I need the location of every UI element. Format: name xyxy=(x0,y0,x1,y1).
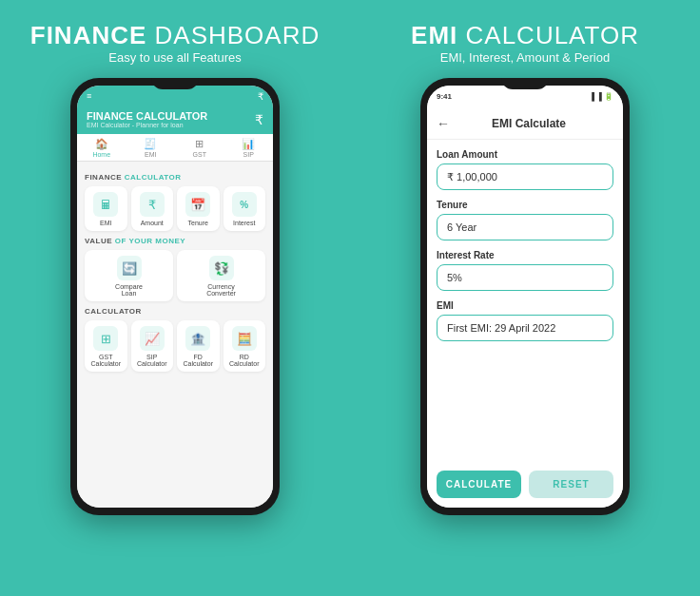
tab-gst-label: GST xyxy=(193,151,206,158)
emi-group: EMI xyxy=(437,300,613,341)
status-bar-left: ≡ xyxy=(87,91,91,101)
tab-gst[interactable]: ⊞ GST xyxy=(175,134,224,161)
tab-emi-label: EMI xyxy=(145,151,156,158)
tenure-label: Tenure xyxy=(188,220,208,226)
amount-label: Amount xyxy=(141,220,164,226)
section-finance-label: FINANCE CALCULATOR xyxy=(85,173,265,182)
interest-rate-label: Interest Rate xyxy=(437,250,613,260)
fd-calc-label: FDCalculator xyxy=(183,354,213,367)
tab-sip[interactable]: 📊 SIP xyxy=(224,134,274,161)
currency-label: CurrencyConverter xyxy=(206,283,236,297)
emi-icon: 🧾 xyxy=(144,138,157,150)
section-calc-label: CALCULATOR xyxy=(85,307,265,316)
compare-icon: 🔄 xyxy=(117,256,142,280)
phone-notch xyxy=(151,78,199,89)
emi-label: EMI xyxy=(100,220,111,226)
emi-field-label: EMI xyxy=(437,300,613,311)
emi-calc-icon: 🖩 xyxy=(93,192,118,217)
app-content: FINANCE CALCULATOR 🖩 EMI ₹ Amount 📅 Tenu… xyxy=(77,162,273,508)
back-icon[interactable]: ← xyxy=(437,116,450,131)
grid-item-tenure[interactable]: 📅 Tenure xyxy=(177,186,220,231)
emi-screen-title: EMI Calculate xyxy=(457,117,613,130)
grid-item-gst[interactable]: ⊞ GSTCalculator xyxy=(85,320,127,372)
rd-calc-icon: 🧮 xyxy=(232,326,257,351)
phone-screen: ≡ ₹ FINANCE CALCULATOR EMI Calculator - … xyxy=(77,86,273,508)
emi-buttons: CALCULATE RESET xyxy=(427,459,623,508)
tenure-group: Tenure xyxy=(437,200,613,240)
loan-amount-group: Loan Amount xyxy=(437,149,613,190)
app-header-sub: EMI Calculator - Planner for loan xyxy=(87,122,207,128)
rupee-icon: ₹ xyxy=(255,112,263,127)
gst-calc-icon: ⊞ xyxy=(93,326,118,351)
gst-icon: ⊞ xyxy=(195,138,204,150)
tenure-icon: 📅 xyxy=(185,192,210,217)
app-header: FINANCE CALCULATOR EMI Calculator - Plan… xyxy=(77,106,273,134)
fd-calc-icon: 🏦 xyxy=(185,326,210,351)
amount-icon: ₹ xyxy=(140,192,165,217)
emi-header: ← EMI Calculate xyxy=(427,106,623,140)
gst-calc-label: GSTCalculator xyxy=(90,354,121,367)
left-title: FINANCE DASHBOARD xyxy=(30,21,320,50)
tab-bar: 🏠 Home 🧾 EMI ⊞ GST 📊 SIP xyxy=(77,134,273,162)
home-icon: 🏠 xyxy=(95,138,108,150)
status-icons: ▐ ▐ 🔋 xyxy=(589,92,613,101)
tab-home-label: Home xyxy=(92,151,110,158)
right-phone-screen: 9:41 ▐ ▐ 🔋 ← EMI Calculate Loan Amount T… xyxy=(427,86,623,508)
grid-item-compare[interactable]: 🔄 CompareLoan xyxy=(85,250,173,301)
grid-item-interest[interactable]: % Interest xyxy=(224,186,266,231)
left-panel: FINANCE DASHBOARD Easy to use all Featur… xyxy=(0,0,350,596)
tenure-label: Tenure xyxy=(437,200,613,210)
right-subtitle: EMI, Interest, Amount & Period xyxy=(440,50,610,65)
grid-item-emi[interactable]: 🖩 EMI xyxy=(85,186,127,231)
reset-button[interactable]: RESET xyxy=(529,471,613,498)
interest-icon: % xyxy=(232,192,257,217)
section-value-label: VALUE OF YOUR MONEY xyxy=(85,237,265,245)
grid-item-fd[interactable]: 🏦 FDCalculator xyxy=(177,320,220,372)
tab-sip-label: SIP xyxy=(243,151,254,158)
rd-calc-label: RDCalculator xyxy=(229,354,260,367)
status-bar-right: ₹ xyxy=(258,91,263,102)
emi-form: Loan Amount Tenure Interest Rate EMI xyxy=(427,140,623,459)
loan-amount-label: Loan Amount xyxy=(437,149,613,160)
left-subtitle: Easy to use all Features xyxy=(108,50,241,65)
tab-emi[interactable]: 🧾 EMI xyxy=(126,134,176,161)
tenure-input[interactable] xyxy=(437,214,613,240)
interest-group: Interest Rate xyxy=(437,250,613,291)
grid-item-amount[interactable]: ₹ Amount xyxy=(131,186,174,231)
right-panel: EMI CALCULATOR EMI, Interest, Amount & P… xyxy=(350,0,700,596)
right-phone: 9:41 ▐ ▐ 🔋 ← EMI Calculate Loan Amount T… xyxy=(420,78,630,515)
loan-amount-input[interactable] xyxy=(437,163,613,190)
sip-icon: 📊 xyxy=(242,138,255,150)
interest-label: Interest xyxy=(233,220,255,226)
grid-item-currency[interactable]: 💱 CurrencyConverter xyxy=(177,250,265,301)
app-header-title: FINANCE CALCULATOR xyxy=(87,110,207,122)
right-title: EMI CALCULATOR xyxy=(369,21,681,50)
emi-input[interactable] xyxy=(437,315,613,341)
calculate-button[interactable]: CALCULATE xyxy=(437,471,521,498)
finance-grid: 🖩 EMI ₹ Amount 📅 Tenure % Interest xyxy=(85,186,265,231)
status-time: 9:41 xyxy=(437,92,452,101)
app-header-info: FINANCE CALCULATOR EMI Calculator - Plan… xyxy=(87,110,207,128)
right-phone-notch xyxy=(501,78,549,89)
sip-calc-label: SIPCalculator xyxy=(137,354,167,367)
sip-calc-icon: 📈 xyxy=(140,326,165,351)
value-grid: 🔄 CompareLoan 💱 CurrencyConverter xyxy=(85,250,265,301)
compare-label: CompareLoan xyxy=(115,283,143,297)
interest-input[interactable] xyxy=(437,264,613,291)
grid-item-sip[interactable]: 📈 SIPCalculator xyxy=(131,320,174,372)
calc-grid: ⊞ GSTCalculator 📈 SIPCalculator 🏦 FDCalc… xyxy=(85,320,265,372)
left-phone: ≡ ₹ FINANCE CALCULATOR EMI Calculator - … xyxy=(70,78,280,515)
grid-item-rd[interactable]: 🧮 RDCalculator xyxy=(224,320,266,372)
tab-home[interactable]: 🏠 Home xyxy=(77,134,126,161)
currency-icon: 💱 xyxy=(209,256,234,280)
